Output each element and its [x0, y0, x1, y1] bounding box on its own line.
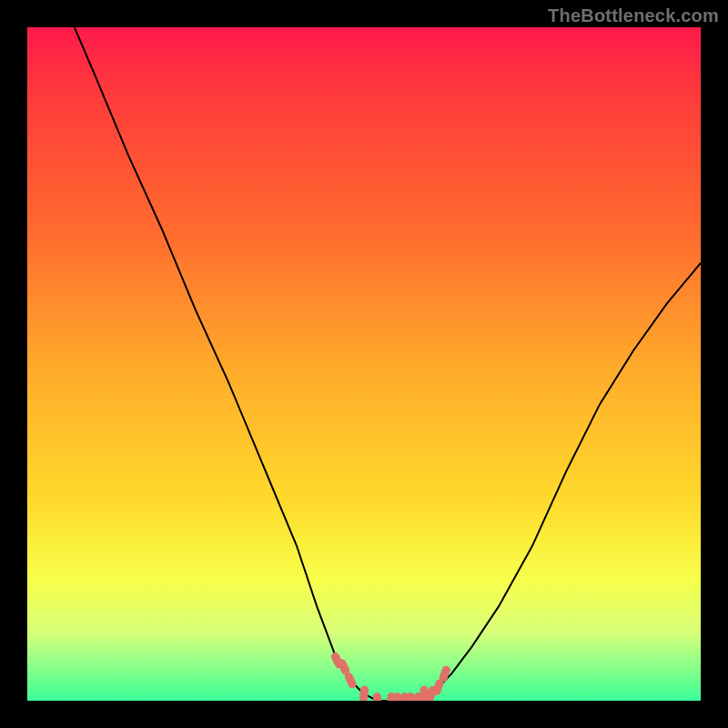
watermark-text: TheBottleneck.com: [548, 5, 719, 26]
bottleneck-curve: [75, 27, 701, 701]
chart-frame: TheBottleneck.com: [0, 0, 728, 728]
curve-svg: [27, 27, 701, 701]
marker-dot: [372, 693, 382, 701]
plot-area: [27, 27, 701, 701]
marker-group: [330, 652, 452, 701]
marker-dot: [359, 685, 369, 701]
